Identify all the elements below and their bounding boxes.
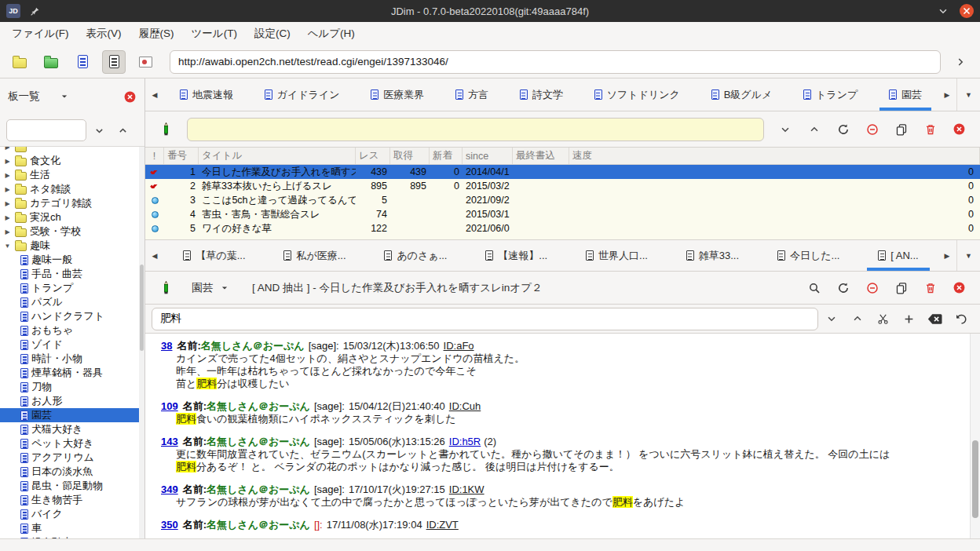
tree-board-item[interactable]: 犬猫大好き — [0, 422, 144, 436]
clear-keyword-button[interactable] — [922, 307, 948, 330]
post-id-link[interactable]: ID:aFo — [444, 340, 474, 352]
tree-board-item[interactable]: 煙草銘柄・器具 — [0, 366, 144, 380]
tree-category-item[interactable]: ▼趣味 — [0, 239, 144, 253]
thread-scrollbar[interactable] — [970, 334, 980, 538]
menu-item[interactable]: ファイル(F) — [3, 22, 78, 46]
stop-load-button[interactable] — [859, 276, 885, 300]
tree-board-item[interactable]: ゾイド — [0, 338, 144, 352]
stop-load-button[interactable] — [859, 118, 885, 141]
board-tab[interactable]: トランプ — [788, 78, 873, 111]
filter-next-button[interactable] — [772, 118, 798, 141]
close-window-button[interactable] — [960, 4, 974, 18]
post-number-link[interactable]: 350 — [161, 519, 178, 531]
thread-row[interactable]: 1今日した作業及びお手入れを晒すスレinオプ２43943902014/04/10 — [145, 165, 980, 179]
minimize-button[interactable] — [938, 5, 949, 16]
post-id-link[interactable]: ID:h5R — [449, 436, 481, 447]
url-input[interactable] — [170, 50, 941, 74]
board-filter-input[interactable] — [6, 119, 86, 141]
thread-tab[interactable]: 私が医療... — [265, 240, 365, 271]
search-up-button[interactable] — [844, 307, 870, 330]
board-tab[interactable]: 地震速報 — [164, 78, 249, 111]
post-number-link[interactable]: 38 — [161, 340, 172, 352]
tab-list-dropdown-button[interactable]: ▼ — [956, 78, 980, 111]
thread-tab[interactable]: あのさぁ... — [365, 240, 466, 271]
column-mark[interactable]: ! — [145, 148, 164, 164]
board-tab[interactable]: B級グルメ — [696, 78, 788, 111]
triangle-right-icon[interactable]: ▶ — [3, 186, 12, 193]
extract-button[interactable] — [870, 307, 896, 330]
thread-row[interactable]: 2雑草33本抜いたら上げるスレ89589502015/03/20 — [145, 179, 980, 193]
post-id-link[interactable]: ID:ZVT — [426, 519, 459, 531]
triangle-down-icon[interactable]: ▼ — [3, 243, 12, 250]
column-since[interactable]: since — [463, 148, 513, 164]
menu-item[interactable]: 設定(C) — [246, 22, 299, 46]
search-next-button[interactable] — [88, 120, 110, 140]
tree-board-item[interactable]: ハンドクラフト — [0, 309, 144, 323]
tree-board-item[interactable]: トランプ — [0, 281, 144, 295]
column-got[interactable]: 取得 — [390, 148, 430, 164]
tree-board-item[interactable]: 趣味一般 — [0, 253, 144, 267]
copy-button[interactable] — [888, 276, 914, 300]
triangle-right-icon[interactable]: ▶ — [3, 228, 12, 235]
tree-board-item[interactable]: 昆虫・節足動物 — [0, 479, 144, 493]
tree-category-item[interactable]: ▶ネタ雑談 — [0, 182, 144, 196]
column-title[interactable]: タイトル — [199, 148, 356, 164]
extract-keyword-input[interactable] — [152, 308, 818, 330]
search-down-button[interactable] — [818, 307, 844, 330]
copy-button[interactable] — [888, 118, 914, 141]
thread-row[interactable]: 5ワイの好きな草1222021/06/00 — [145, 221, 980, 235]
close-tab-button[interactable] — [946, 118, 972, 141]
bbs-list-button[interactable] — [8, 50, 31, 74]
thread-tab-list-dropdown-button[interactable]: ▼ — [956, 240, 980, 271]
tree-board-item[interactable]: 生き物苦手 — [0, 493, 144, 507]
board-tab[interactable]: 園芸 — [873, 78, 938, 111]
column-last-write[interactable]: 最終書込 — [513, 148, 569, 164]
tree-category-item[interactable]: ▶受験・学校 — [0, 224, 144, 239]
tree-board-item[interactable]: 車 — [0, 521, 144, 535]
new-thread-button[interactable] — [153, 118, 179, 141]
thread-tabs-scroll-left-button[interactable]: ◀ — [145, 240, 164, 271]
tree-category-item[interactable]: ▶実況ch — [0, 210, 144, 224]
close-tab-button[interactable] — [946, 276, 972, 300]
undo-button[interactable] — [948, 307, 974, 330]
thread-view-button[interactable] — [102, 50, 126, 74]
column-speed[interactable]: 速度 — [569, 148, 980, 164]
tree-board-item[interactable]: お人形 — [0, 394, 144, 408]
tabs-scroll-left-button[interactable]: ◀ — [145, 78, 164, 111]
triangle-right-icon[interactable]: ▶ — [3, 172, 12, 179]
post-id-link[interactable]: ID:1KW — [449, 483, 485, 495]
post-id-link[interactable]: ID:Cuh — [449, 400, 481, 412]
delete-log-button[interactable] — [917, 118, 943, 141]
add-keyword-button[interactable] — [896, 307, 922, 330]
tree-board-item[interactable]: 日本の淡水魚 — [0, 465, 144, 479]
favorite-boards-button[interactable] — [39, 50, 63, 74]
tree-category-item[interactable]: ▶生活 — [0, 168, 144, 182]
thread-tab[interactable]: 雑草33... — [667, 240, 758, 271]
board-tab[interactable]: ガイドライン — [249, 78, 356, 111]
tree-board-item[interactable]: 刀物 — [0, 380, 144, 394]
image-view-button[interactable] — [133, 50, 157, 74]
board-tab[interactable]: 詩文学 — [504, 78, 579, 111]
tree-scrollbar[interactable] — [139, 147, 144, 538]
post-number-link[interactable]: 109 — [161, 400, 178, 412]
filter-prev-button[interactable] — [801, 118, 827, 141]
menu-item[interactable]: 表示(V) — [78, 22, 130, 46]
thread-row[interactable]: 3ここは5chと違って過疎ってるんて52021/09/20 — [145, 193, 980, 207]
tree-board-item[interactable]: バイク — [0, 507, 144, 521]
tree-board-item[interactable]: 軽自動車 — [0, 535, 144, 538]
tabs-scroll-right-button[interactable]: ▶ — [938, 78, 956, 111]
tree-board-item[interactable]: おもちゃ — [0, 323, 144, 338]
post-number-link[interactable]: 349 — [161, 483, 178, 495]
tree-board-item[interactable]: 手品・曲芸 — [0, 267, 144, 281]
delete-log-button[interactable] — [917, 276, 943, 300]
tree-board-item[interactable]: アクアリウム — [0, 451, 144, 465]
menu-item[interactable]: 履歴(S) — [130, 22, 183, 46]
thread-tab[interactable]: 世界人口... — [567, 240, 667, 271]
tree-category-item[interactable]: ▶カテゴリ雑談 — [0, 196, 144, 210]
triangle-right-icon[interactable]: ▶ — [3, 146, 12, 151]
thread-tab[interactable]: 【速報】... — [466, 240, 567, 271]
sidebar-close-button[interactable] — [123, 90, 137, 104]
triangle-right-icon[interactable]: ▶ — [3, 158, 12, 165]
thread-filter-input[interactable] — [187, 118, 764, 141]
menu-item[interactable]: ツール(T) — [183, 22, 246, 46]
